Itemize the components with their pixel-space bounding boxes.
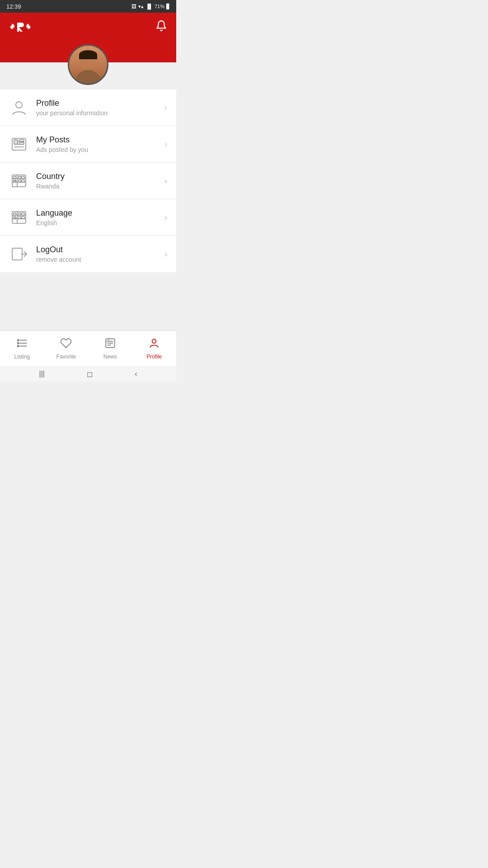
svg-rect-16 [22,176,24,179]
svg-rect-23 [14,217,16,219]
back-gesture-icon[interactable]: ‹ [135,370,137,378]
listing-label: Listing [14,354,30,360]
svg-rect-25 [19,213,21,215]
nav-favorite[interactable]: Favorite [44,335,89,363]
svg-rect-18 [22,180,24,182]
logout-menu-text: LogOut remove account [36,245,164,263]
svg-point-1 [16,102,22,108]
user-avatar [68,44,108,85]
my-posts-menu-text: My Posts Ads posted by you [36,135,164,153]
svg-rect-41 [106,339,109,342]
country-menu-title: Country [36,172,164,181]
svg-rect-13 [14,180,16,182]
nav-listing[interactable]: Listing [0,335,44,363]
language-menu-icon [9,208,29,227]
nav-profile[interactable]: Profile [132,335,177,363]
svg-rect-15 [19,176,21,179]
svg-rect-24 [14,213,16,215]
country-chevron-icon: › [164,176,167,186]
logout-chevron-icon: › [164,250,167,259]
status-bar: 12:39 🖼 ▾▴ ▐▌ 71% ▊ [0,0,176,13]
favorite-label: Favorite [56,354,76,360]
logout-menu-icon [9,244,29,264]
battery-icon: ▊ [166,4,170,9]
svg-rect-7 [19,140,24,142]
home-gesture-icon[interactable]: ◻ [87,370,93,378]
my-posts-menu-icon [9,134,29,154]
menu-list: Profile your personal information › My P… [0,90,176,272]
menu-item-country[interactable]: Country Rwanda › [0,163,176,199]
svg-rect-17 [19,180,21,182]
menu-gesture-icon[interactable]: ||| [39,370,45,378]
svg-rect-27 [19,217,21,219]
country-menu-subtitle: Rwanda [36,183,164,190]
app-logo [9,19,32,35]
news-label: News [103,354,117,360]
svg-point-36 [17,345,19,347]
svg-point-35 [17,342,19,344]
menu-item-my-posts[interactable]: My Posts Ads posted by you › [0,126,176,163]
my-posts-menu-title: My Posts [36,135,164,145]
status-icons: 🖼 ▾▴ ▐▌ 71% ▊ [131,4,170,9]
svg-rect-8 [19,142,24,144]
language-menu-text: Language English [36,208,164,226]
profile-menu-title: Profile [36,99,164,108]
logout-menu-title: LogOut [36,245,164,255]
status-time: 12:39 [6,3,21,10]
profile-menu-text: Profile your personal information [36,99,164,117]
my-posts-menu-subtitle: Ads posted by you [36,146,164,153]
svg-rect-28 [22,217,24,219]
battery-text: 71% [155,4,164,9]
language-chevron-icon: › [164,213,167,222]
profile-menu-icon [9,98,29,118]
nav-news[interactable]: News [88,335,132,363]
country-menu-icon [9,171,29,191]
notification-bell-icon[interactable] [155,20,167,34]
profile-menu-subtitle: your personal information [36,109,164,117]
logout-menu-subtitle: remove account [36,256,164,263]
gesture-bar: ||| ◻ ‹ [0,366,176,382]
profile-nav-icon [148,337,160,352]
listing-icon [16,337,28,352]
signal-icon: ▐▌ [145,4,153,9]
menu-item-language[interactable]: Language English › [0,199,176,236]
svg-rect-14 [14,176,16,179]
wifi-icon: ▾▴ [138,4,144,9]
language-menu-title: Language [36,208,164,218]
svg-rect-6 [14,140,18,144]
menu-item-profile[interactable]: Profile your personal information › [0,90,176,126]
my-posts-chevron-icon: › [164,140,167,149]
svg-point-34 [17,340,19,341]
news-icon [104,337,116,352]
menu-item-logout[interactable]: LogOut remove account › [0,236,176,272]
language-menu-subtitle: English [36,219,164,226]
svg-rect-29 [12,248,22,260]
svg-point-42 [152,339,156,343]
profile-nav-label: Profile [146,354,162,360]
heart-icon [60,337,72,352]
svg-rect-26 [22,213,24,215]
gallery-icon: 🖼 [131,4,136,9]
bottom-nav: Listing Favorite News P [0,330,176,366]
profile-chevron-icon: › [164,103,167,113]
country-menu-text: Country Rwanda [36,172,164,190]
